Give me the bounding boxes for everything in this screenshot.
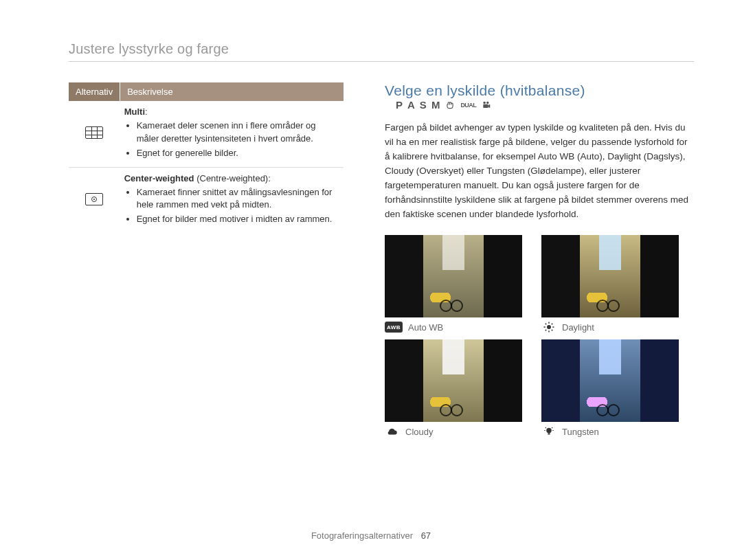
multi-metering-icon xyxy=(85,126,103,139)
white-balance-grid: AWB Auto WB Daylight xyxy=(385,235,694,437)
svg-rect-13 xyxy=(548,434,550,435)
svg-line-8 xyxy=(546,324,547,325)
wb-example-cloudy: Cloudy xyxy=(385,339,522,437)
wb-thumb xyxy=(385,235,522,317)
svg-line-9 xyxy=(552,330,553,331)
page-footer: Fotograferingsalternativer 67 xyxy=(0,530,742,541)
right-column: Velge en lyskilde (hvitbalanse) P A S M … xyxy=(385,82,694,437)
bulb-icon xyxy=(541,426,556,437)
mode-p: P xyxy=(396,99,403,111)
wb-example-tungsten: Tungsten xyxy=(541,339,679,437)
row-title-suffix: (Centre-weighted): xyxy=(194,173,271,183)
breadcrumb: Justere lysstyrke og farge xyxy=(69,41,694,57)
section-title: Velge en lyskilde (hvitbalanse) xyxy=(385,82,585,98)
row-bullet: Kameraet finner snittet av målingsavlesn… xyxy=(137,186,339,212)
divider xyxy=(69,61,694,62)
footer-section: Fotograferingsalternativer xyxy=(311,530,413,541)
svg-line-17 xyxy=(552,427,552,428)
wb-label-text: Auto WB xyxy=(408,322,443,333)
video-icon xyxy=(481,100,492,110)
mode-dual: DUAL xyxy=(460,102,476,109)
wb-label-text: Cloudy xyxy=(405,427,433,437)
hand-icon xyxy=(445,100,456,110)
left-column: Alternativ Beskrivelse Multi: Kameraet d… xyxy=(69,82,344,437)
page-number: 67 xyxy=(421,530,431,541)
row-title-suffix: : xyxy=(145,107,148,117)
table-row: Center-weighted (Centre-weighted): Kamer… xyxy=(69,167,344,233)
row-bullet: Egnet for bilder med motiver i midten av… xyxy=(137,213,339,226)
wb-label-text: Daylight xyxy=(562,322,594,333)
wb-thumb xyxy=(385,339,522,422)
table-head-alternativ: Alternativ xyxy=(69,82,120,101)
row-title: Center-weighted xyxy=(124,173,194,183)
metering-table: Alternativ Beskrivelse Multi: Kameraet d… xyxy=(69,82,344,233)
table-head-beskrivelse: Beskrivelse xyxy=(120,82,344,101)
svg-point-1 xyxy=(486,101,489,104)
mode-a: A xyxy=(407,99,415,111)
wb-example-auto: AWB Auto WB xyxy=(385,235,522,333)
svg-point-3 xyxy=(547,325,551,329)
mode-m: M xyxy=(431,99,440,111)
sun-icon xyxy=(541,322,556,333)
svg-rect-2 xyxy=(484,104,488,107)
mode-s: S xyxy=(420,99,427,111)
row-bullet: Kameraet deler scenen inn i flere område… xyxy=(137,120,339,146)
svg-point-12 xyxy=(546,428,552,434)
svg-line-10 xyxy=(546,330,547,331)
table-row: Multi: Kameraet deler scenen inn i flere… xyxy=(69,101,344,167)
svg-point-0 xyxy=(484,101,486,104)
awb-icon: AWB xyxy=(385,322,403,333)
body-text: Fargen på bildet avhenger av typen lyski… xyxy=(385,121,694,221)
cloud-icon xyxy=(385,426,400,437)
wb-example-daylight: Daylight xyxy=(541,235,679,333)
row-bullet: Egnet for generelle bilder. xyxy=(137,147,339,160)
wb-label-text: Tungsten xyxy=(562,427,599,437)
wb-thumb xyxy=(541,235,679,317)
svg-line-11 xyxy=(552,324,553,325)
row-title: Multi xyxy=(124,107,145,117)
mode-indicator: P A S M DUAL xyxy=(396,99,492,111)
svg-line-16 xyxy=(546,427,546,428)
wb-thumb xyxy=(541,339,679,422)
center-weighted-icon xyxy=(85,193,103,205)
